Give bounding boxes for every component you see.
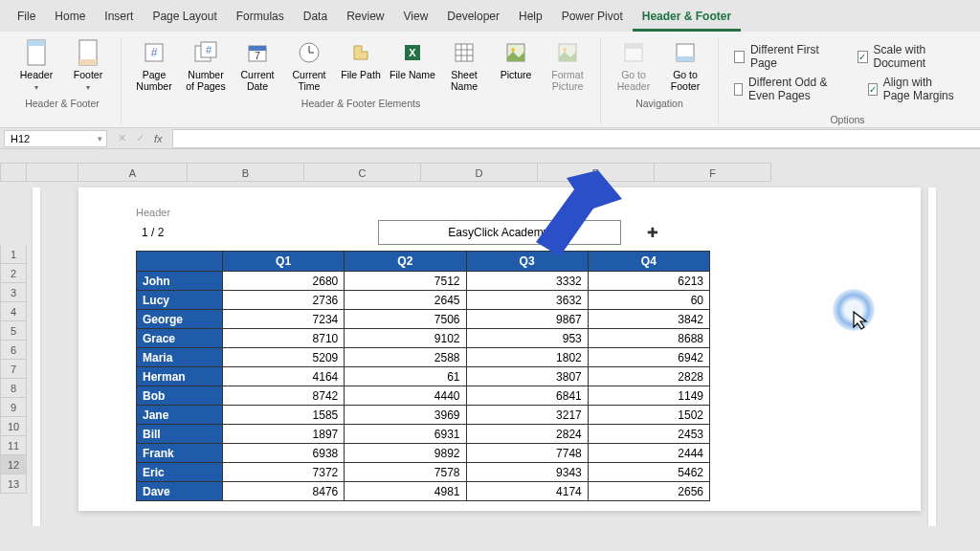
cell[interactable]: 3632 xyxy=(466,291,588,310)
cell[interactable]: 2656 xyxy=(588,482,709,501)
cell[interactable]: 6942 xyxy=(588,348,709,367)
cell[interactable]: 6931 xyxy=(345,425,466,444)
cell[interactable]: 4174 xyxy=(466,482,588,501)
cell[interactable]: 7578 xyxy=(345,463,466,482)
row-name[interactable]: Jane xyxy=(137,406,223,425)
cell[interactable]: 9343 xyxy=(466,463,588,482)
enter-icon[interactable]: ✓ xyxy=(136,132,145,144)
tab-help[interactable]: Help xyxy=(509,4,552,32)
cell[interactable]: 2824 xyxy=(466,425,588,444)
cell[interactable]: 1802 xyxy=(466,348,588,367)
tab-review[interactable]: Review xyxy=(337,4,393,32)
cell[interactable]: 9892 xyxy=(345,444,466,463)
add-icon[interactable]: ✚ xyxy=(647,225,658,240)
cell[interactable]: 7748 xyxy=(466,444,588,463)
table-row[interactable]: Eric7372757893435462 xyxy=(137,463,710,482)
row-name[interactable]: John xyxy=(137,272,223,291)
cell[interactable]: 2453 xyxy=(588,425,709,444)
cell[interactable]: 61 xyxy=(345,367,466,386)
tab-developer[interactable]: Developer xyxy=(437,4,509,32)
cell[interactable]: 8710 xyxy=(223,329,345,348)
cell[interactable]: 4440 xyxy=(345,386,466,406)
th-Q1[interactable]: Q1 xyxy=(223,252,345,272)
cell[interactable]: 2736 xyxy=(223,291,345,310)
cell[interactable]: 8688 xyxy=(588,329,709,348)
col-header-A[interactable]: A xyxy=(78,163,188,182)
cell[interactable]: 7512 xyxy=(345,272,466,291)
table-row[interactable]: Grace871091029538688 xyxy=(137,329,710,348)
cell[interactable]: 7506 xyxy=(345,310,466,329)
row-header-8[interactable]: 8 xyxy=(0,379,27,398)
row-name[interactable]: Bill xyxy=(137,425,223,444)
number-of-pages-button[interactable]: #Number of Pages xyxy=(181,37,231,94)
col-header-C[interactable]: C xyxy=(304,163,421,182)
table-row[interactable]: George7234750698673842 xyxy=(137,310,710,329)
diff-first-page-checkbox[interactable]: Different First Page xyxy=(734,43,831,70)
col-header-E[interactable]: E xyxy=(538,163,655,182)
table-row[interactable]: Bob8742444068411149 xyxy=(137,386,710,406)
cell[interactable]: 1897 xyxy=(223,425,345,444)
row-header-12[interactable]: 12 xyxy=(0,455,27,474)
cell[interactable]: 9102 xyxy=(345,329,466,348)
cell[interactable]: 9867 xyxy=(466,310,588,329)
file-path-button[interactable]: File Path xyxy=(336,37,386,82)
cell[interactable]: 3217 xyxy=(466,406,588,425)
table-row[interactable]: Dave8476498141742656 xyxy=(137,482,710,501)
footer-button[interactable]: Footer ▾ xyxy=(63,37,113,94)
fx-icon[interactable]: fx xyxy=(154,133,163,144)
cell[interactable]: 953 xyxy=(466,329,588,348)
cell[interactable]: 1502 xyxy=(588,406,709,425)
table-row[interactable]: Maria5209258818026942 xyxy=(137,348,710,367)
row-header-10[interactable]: 10 xyxy=(0,417,27,436)
row-header-4[interactable]: 4 xyxy=(0,302,27,321)
cell[interactable]: 4164 xyxy=(223,367,345,386)
th-Q2[interactable]: Q2 xyxy=(345,252,466,272)
data-table[interactable]: Q1Q2Q3Q4John2680751233326213Lucy27362645… xyxy=(136,251,710,501)
picture-button[interactable]: Picture xyxy=(491,37,541,82)
cell[interactable]: 3332 xyxy=(466,272,588,291)
scale-doc-checkbox[interactable]: ✓Scale with Document xyxy=(858,43,961,70)
row-name[interactable]: George xyxy=(137,310,223,329)
th-Q3[interactable]: Q3 xyxy=(466,252,588,272)
row-name[interactable]: Bob xyxy=(137,386,223,406)
tab-file[interactable]: File xyxy=(8,4,45,32)
tab-header-footer[interactable]: Header & Footer xyxy=(633,4,741,32)
cell[interactable]: 3969 xyxy=(345,406,466,425)
col-header-D[interactable]: D xyxy=(421,163,538,182)
row-header-2[interactable]: 2 xyxy=(0,264,27,283)
header-center[interactable]: EasyClick Academy✚ xyxy=(378,220,622,245)
tab-insert[interactable]: Insert xyxy=(95,4,143,32)
cell[interactable]: 3842 xyxy=(588,310,709,329)
tab-data[interactable]: Data xyxy=(294,4,337,32)
page-number-button[interactable]: #Page Number xyxy=(129,37,179,94)
cell[interactable]: 2828 xyxy=(588,367,709,386)
current-date-button[interactable]: 7Current Date xyxy=(233,37,282,94)
tab-formulas[interactable]: Formulas xyxy=(227,4,294,32)
cell[interactable]: 2645 xyxy=(345,291,466,310)
col-header-F[interactable]: F xyxy=(655,163,771,182)
sheet-name-button[interactable]: Sheet Name xyxy=(439,37,489,94)
cell[interactable]: 8742 xyxy=(223,386,345,406)
diff-odd-even-checkbox[interactable]: Different Odd & Even Pages xyxy=(734,76,841,102)
row-header-9[interactable]: 9 xyxy=(0,398,27,417)
row-header-6[interactable]: 6 xyxy=(0,341,27,360)
row-name[interactable]: Dave xyxy=(137,482,223,501)
row-header-13[interactable]: 13 xyxy=(0,474,27,494)
table-row[interactable]: Lucy27362645363260 xyxy=(137,291,710,310)
current-time-button[interactable]: Current Time xyxy=(284,37,334,94)
tab-home[interactable]: Home xyxy=(45,4,95,32)
formula-input[interactable] xyxy=(172,129,980,148)
table-row[interactable]: John2680751233326213 xyxy=(137,272,710,291)
table-row[interactable]: Jane1585396932171502 xyxy=(137,406,710,425)
align-margins-checkbox[interactable]: ✓Align with Page Margins xyxy=(868,76,961,102)
th-Q4[interactable]: Q4 xyxy=(588,252,709,272)
cell[interactable]: 7234 xyxy=(223,310,345,329)
table-row[interactable]: Bill1897693128242453 xyxy=(137,425,710,444)
cell[interactable]: 5462 xyxy=(588,463,709,482)
row-header-3[interactable]: 3 xyxy=(0,283,27,302)
name-box[interactable]: H12 xyxy=(4,130,107,147)
table-row[interactable]: Herman41646138072828 xyxy=(137,367,710,386)
row-name[interactable]: Herman xyxy=(137,367,223,386)
cell[interactable]: 4981 xyxy=(345,482,466,501)
cell[interactable]: 60 xyxy=(588,291,709,310)
